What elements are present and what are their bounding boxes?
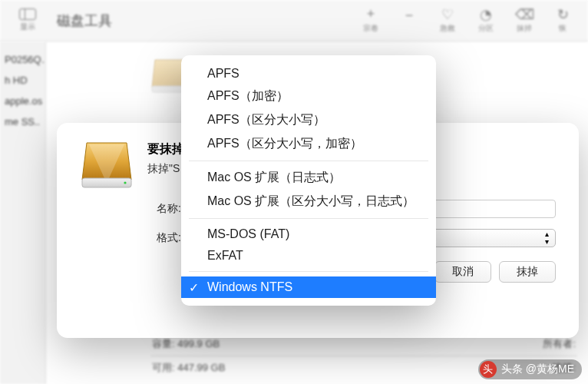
toolbar: 显示 磁盘工具 + 宗卷 − ♡ 急救 ◔ 分区 ⌫ 抹掉 ↻ 恢 <box>0 0 588 41</box>
name-label: 名称: <box>147 202 181 216</box>
sidebar-layout-icon <box>19 8 36 20</box>
sidebar-item-disk[interactable]: me SS.. <box>0 111 45 132</box>
sidebar-item-disk[interactable]: h HD <box>0 70 45 91</box>
dropdown-option-hfs-cs-j[interactable]: Mac OS 扩展（区分大小写，日志式） <box>181 190 436 214</box>
heart-icon: ♡ <box>441 8 454 22</box>
divider <box>189 271 428 272</box>
drive-icon <box>80 141 134 189</box>
remove-volume-button[interactable]: − <box>390 8 428 32</box>
app-title: 磁盘工具 <box>57 12 112 30</box>
format-dropdown: APFS APFS（加密） APFS（区分大小写） APFS（区分大小写，加密）… <box>181 55 436 306</box>
view-mode-button[interactable]: 显示 <box>6 8 49 32</box>
view-label: 显示 <box>20 22 35 32</box>
erase-button[interactable]: ⌫ 抹掉 <box>505 8 543 34</box>
first-aid-button[interactable]: ♡ 急救 <box>428 8 467 34</box>
plus-icon: + <box>367 8 375 22</box>
chevron-updown-icon: ▴▾ <box>545 230 549 246</box>
dropdown-option-apfs-cs[interactable]: APFS（区分大小写） <box>181 108 436 132</box>
eraser-icon: ⌫ <box>515 8 534 22</box>
format-label: 格式: <box>147 231 181 245</box>
sidebar-item-disk[interactable]: P0256Q… <box>0 49 45 70</box>
minus-icon: − <box>405 8 414 22</box>
partition-button[interactable]: ◔ 分区 <box>467 8 505 34</box>
sidebar: P0256Q… h HD apple.os me SS.. <box>0 41 46 384</box>
dropdown-option-apfs[interactable]: APFS <box>181 63 436 84</box>
divider <box>189 161 428 161</box>
dropdown-option-fat[interactable]: MS-DOS (FAT) <box>181 223 436 245</box>
dropdown-option-apfs-encrypted[interactable]: APFS（加密） <box>181 84 436 108</box>
cancel-button[interactable]: 取消 <box>434 261 491 283</box>
dropdown-option-apfs-cs-enc[interactable]: APFS（区分大小写，加密） <box>181 132 436 156</box>
dropdown-option-ntfs[interactable]: ✓ Windows NTFS <box>181 276 436 298</box>
restore-button[interactable]: ↻ 恢 <box>543 8 582 34</box>
restore-icon: ↻ <box>557 8 569 22</box>
pie-icon: ◔ <box>480 8 492 22</box>
sidebar-item-disk[interactable]: apple.os <box>0 91 45 111</box>
svg-rect-1 <box>82 178 131 187</box>
svg-point-2 <box>124 181 126 184</box>
watermark: 头 头条 @黄杨ME <box>478 359 582 379</box>
dropdown-option-exfat[interactable]: ExFAT <box>181 245 436 266</box>
watermark-text: 头条 @黄杨ME <box>501 362 574 376</box>
watermark-icon: 头 <box>480 361 497 378</box>
dropdown-option-hfs-j[interactable]: Mac OS 扩展（日志式） <box>181 166 436 190</box>
check-icon: ✓ <box>189 280 199 295</box>
confirm-erase-button[interactable]: 抹掉 <box>499 261 556 283</box>
divider <box>189 218 428 219</box>
add-volume-button[interactable]: + 宗卷 <box>352 8 390 34</box>
